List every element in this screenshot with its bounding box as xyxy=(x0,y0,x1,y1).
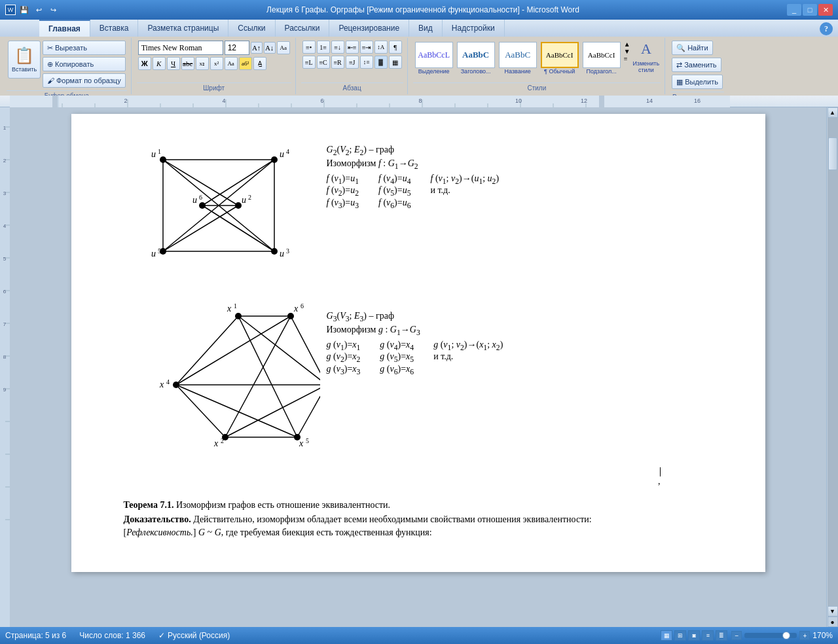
svg-text:2: 2 xyxy=(124,98,127,104)
replace-button[interactable]: ⇄ Заменить xyxy=(672,58,721,72)
highlight-btn[interactable]: аб² xyxy=(239,57,252,70)
tab-page-layout[interactable]: Разметка страницы xyxy=(138,20,228,37)
svg-line-82 xyxy=(291,316,320,385)
save-qat-btn[interactable]: 💾 xyxy=(18,4,30,16)
fullscreen-view-btn[interactable]: ⊞ xyxy=(674,630,686,641)
scroll-track[interactable] xyxy=(828,118,838,606)
font-size-input[interactable] xyxy=(225,41,249,55)
close-btn[interactable]: ✕ xyxy=(818,4,833,16)
vertical-scrollbar[interactable]: ▲ ▼ ● xyxy=(826,107,838,627)
zoom-in-btn[interactable]: + xyxy=(799,631,810,640)
style-normal[interactable]: AaBbCcI ¶ Обычный xyxy=(540,41,579,76)
line-spacing-btn[interactable]: ↕≡ xyxy=(360,56,373,69)
redo-qat-btn[interactable]: ↪ xyxy=(47,4,59,16)
tab-references[interactable]: Ссылки xyxy=(228,20,275,37)
scroll-down-btn[interactable]: ▼ xyxy=(828,606,838,617)
theorem-text: Теорема 7.1. Изоморфизм графов есть отно… xyxy=(124,500,713,510)
shading-btn[interactable]: ▓ xyxy=(374,56,388,69)
italic-button[interactable]: К xyxy=(153,57,166,70)
tab-review[interactable]: Рецензирование xyxy=(329,20,409,37)
styles-scroll-down[interactable]: ▼ xyxy=(624,48,630,55)
maximize-btn[interactable]: □ xyxy=(803,4,817,16)
scroll-thumb[interactable] xyxy=(828,137,837,170)
zoom-slider-thumb[interactable] xyxy=(782,632,790,639)
styles-scroll-up[interactable]: ▲ xyxy=(624,41,630,48)
outline-view-btn[interactable]: ≡ xyxy=(702,630,714,641)
tab-insert[interactable]: Вставка xyxy=(90,20,139,37)
window-controls[interactable]: _ □ ✕ xyxy=(787,4,833,16)
clipboard-content: 📋 Вставить ✂ Вырезать ⊕ Копировать 🖌 Фор… xyxy=(7,39,127,89)
svg-text:u: u xyxy=(151,249,156,259)
subscript-btn[interactable]: x₂ xyxy=(196,57,209,70)
bold-button[interactable]: Ж xyxy=(138,57,151,70)
format-painter-button[interactable]: 🖌 Формат по образцу xyxy=(43,73,126,88)
paste-button[interactable]: 📋 Вставить xyxy=(8,41,41,79)
styles-expand[interactable]: ≡ xyxy=(624,55,630,62)
iso-f-title: Изоморфизм f : G1→G2 xyxy=(327,158,500,171)
style-highlight[interactable]: AaBbCcL Выделение xyxy=(414,41,454,76)
clear-format-btn[interactable]: Aa xyxy=(277,41,290,54)
number-list-btn[interactable]: 1≡ xyxy=(317,41,330,54)
para-list-row: ≡• 1≡ ≡↓ ⇤≡ ≡⇥ ↕A ¶ xyxy=(302,41,402,54)
ribbon-section-styles: AaBbCcL Выделение AaBbC Заголово... AaBb… xyxy=(409,38,666,94)
align-left-btn[interactable]: ≡L xyxy=(302,56,316,69)
svg-point-99 xyxy=(173,382,179,388)
tab-view[interactable]: Вид xyxy=(409,20,443,37)
tab-home[interactable]: Главная xyxy=(39,20,90,37)
select-button[interactable]: ▦ Выделить xyxy=(672,75,723,89)
svg-text:1: 1 xyxy=(3,125,7,131)
svg-rect-0 xyxy=(10,96,730,107)
style-heading-preview: AaBbC xyxy=(457,42,495,68)
border-btn[interactable]: ▦ xyxy=(389,56,402,69)
align-right-btn[interactable]: ≡R xyxy=(331,56,344,69)
spellcheck-icon: ✓ xyxy=(158,631,165,640)
zoom-out-btn[interactable]: − xyxy=(731,631,742,640)
scroll-select-browse-btn[interactable]: ● xyxy=(828,617,838,627)
copy-button[interactable]: ⊕ Копировать xyxy=(43,57,126,71)
style-heading[interactable]: AaBbC Заголово... xyxy=(456,41,496,76)
font-grow-btn[interactable]: A↑ xyxy=(251,42,263,54)
align-center-btn[interactable]: ≡C xyxy=(317,56,330,69)
decrease-indent-btn[interactable]: ⇤≡ xyxy=(346,41,359,54)
strikethrough-btn[interactable]: аbс xyxy=(181,57,194,70)
help-icon[interactable]: ? xyxy=(820,22,833,35)
find-button[interactable]: 🔍 Найти xyxy=(672,41,712,55)
increase-indent-btn[interactable]: ≡⇥ xyxy=(360,41,373,54)
style-subtitle-label: Подзагол... xyxy=(586,68,616,75)
underline-button[interactable]: Ч xyxy=(167,57,180,70)
undo-qat-btn[interactable]: ↩ xyxy=(33,4,45,16)
tab-addins[interactable]: Надстройки xyxy=(443,20,505,37)
justify-btn[interactable]: ≡J xyxy=(346,56,359,69)
scroll-up-btn[interactable]: ▲ xyxy=(828,107,838,118)
page-status: Страница: 5 из 6 xyxy=(5,631,66,640)
change-styles-btn[interactable]: A Изменитьстили xyxy=(633,41,660,73)
multilevel-list-btn[interactable]: ≡↓ xyxy=(331,41,344,54)
style-subtitle[interactable]: AaBbCcI Подзагол... xyxy=(582,41,621,76)
superscript-btn[interactable]: x² xyxy=(210,57,223,70)
cut-icon: ✂ xyxy=(47,44,53,52)
minimize-btn[interactable]: _ xyxy=(787,4,801,16)
style-title[interactable]: AaBbC Название xyxy=(498,41,537,76)
quick-access-toolbar: 💾 ↩ ↪ xyxy=(18,4,59,16)
svg-text:2: 2 xyxy=(221,437,224,444)
font-shrink-btn[interactable]: A↓ xyxy=(264,42,276,54)
word-icon[interactable]: W xyxy=(5,5,16,15)
words-label: Число слов: 1 366 xyxy=(79,631,145,640)
style-subtitle-preview: AaBbCcI xyxy=(583,42,621,68)
svg-point-68 xyxy=(235,202,242,209)
cut-button[interactable]: ✂ Вырезать xyxy=(43,41,126,55)
web-view-btn[interactable]: ◙ xyxy=(688,630,700,641)
font-family-input[interactable] xyxy=(138,41,223,55)
font-case-btn[interactable]: Аа xyxy=(225,57,238,70)
zoom-slider[interactable] xyxy=(744,633,797,638)
sort-btn[interactable]: ↕A xyxy=(374,41,388,54)
g-map-col2: g (v4)=x4 g (v5)=x5 g (v6)=x6 xyxy=(380,340,414,376)
svg-text:4: 4 xyxy=(286,148,289,155)
draft-view-btn[interactable]: ≣ xyxy=(716,630,727,641)
font-color-btn[interactable]: А̲ xyxy=(253,57,266,70)
tab-mailings[interactable]: Рассылки xyxy=(276,20,330,37)
print-view-btn[interactable]: ▦ xyxy=(661,630,672,641)
svg-line-59 xyxy=(202,160,274,206)
bullet-list-btn[interactable]: ≡• xyxy=(302,41,316,54)
show-para-marks-btn[interactable]: ¶ xyxy=(389,41,402,54)
